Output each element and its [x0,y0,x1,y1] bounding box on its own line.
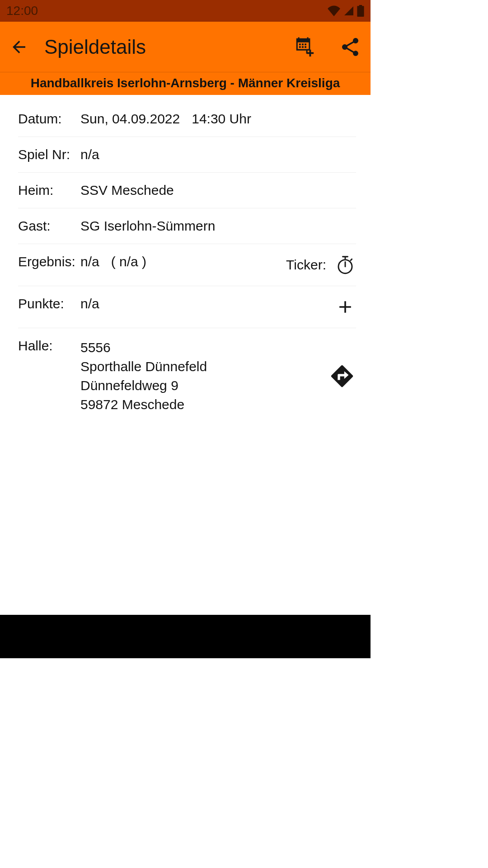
label-heim: Heim: [18,183,80,198]
battery-icon [357,5,364,17]
label-ticker: Ticker: [286,257,326,273]
status-bar: 12:00 [0,0,371,22]
svg-rect-5 [305,46,306,48]
wifi-icon [327,5,341,16]
back-button[interactable] [9,37,29,57]
row-gast: Gast: SG Iserlohn-Sümmern [18,208,356,244]
label-datum: Datum: [18,111,80,127]
svg-rect-2 [305,43,306,45]
row-spielnr: Spiel Nr: n/a [18,137,356,173]
row-heim: Heim: SSV Meschede [18,173,356,208]
row-punkte: Punkte: n/a [18,286,356,328]
value-ergebnis-score: n/a [80,254,99,269]
value-punkte: n/a [80,296,99,311]
value-ergebnis-half: ( n/a ) [111,254,146,269]
add-points-button[interactable] [334,296,356,318]
label-punkte: Punkte: [18,296,80,311]
value-spielnr: n/a [80,147,99,162]
league-bar: Handballkreis Iserlohn-Arnsberg - Männer… [0,72,371,95]
value-datum-time: 14:30 Uhr [192,111,251,127]
value-gast: SG Iserlohn-Sümmern [80,218,215,234]
row-halle: Halle: 5556 Sporthalle Dünnefeld Dünnefe… [18,328,356,424]
status-time: 12:00 [6,4,38,18]
plus-icon [335,297,355,317]
navigation-bar [0,615,371,658]
directions-button[interactable] [328,362,356,390]
label-halle: Halle: [18,338,80,354]
league-title: Handballkreis Iserlohn-Arnsberg - Männer… [31,76,340,90]
value-halle-city: 59872 Meschede [80,395,207,414]
label-gast: Gast: [18,218,80,234]
share-icon [339,36,361,58]
share-button[interactable] [339,36,361,58]
row-datum: Datum: Sun, 04.09.2022 14:30 Uhr [18,101,356,137]
arrow-back-icon [9,38,28,57]
ticker-button[interactable] [334,254,356,276]
app-bar: Spieldetails [0,22,371,72]
directions-icon [329,363,355,389]
value-halle-street: Dünnefeldweg 9 [80,376,207,395]
value-datum-date: Sun, 04.09.2022 [80,111,180,127]
svg-rect-1 [302,43,304,45]
row-ergebnis: Ergebnis: n/a ( n/a ) Ticker: [18,244,356,286]
svg-rect-4 [302,46,304,48]
calendar-add-icon [294,37,314,57]
status-icons [327,5,364,17]
label-ergebnis: Ergebnis: [18,254,80,269]
stopwatch-icon [335,255,355,275]
signal-icon [343,5,354,16]
value-heim: SSV Meschede [80,183,174,198]
page-title: Spieldetails [44,36,277,58]
details-list: Datum: Sun, 04.09.2022 14:30 Uhr Spiel N… [0,95,371,615]
svg-rect-0 [299,43,301,45]
label-spielnr: Spiel Nr: [18,147,80,162]
add-to-calendar-button[interactable] [293,36,315,58]
value-halle-id: 5556 [80,338,207,357]
value-halle-name: Sporthalle Dünnefeld [80,357,207,376]
svg-rect-3 [299,46,301,48]
